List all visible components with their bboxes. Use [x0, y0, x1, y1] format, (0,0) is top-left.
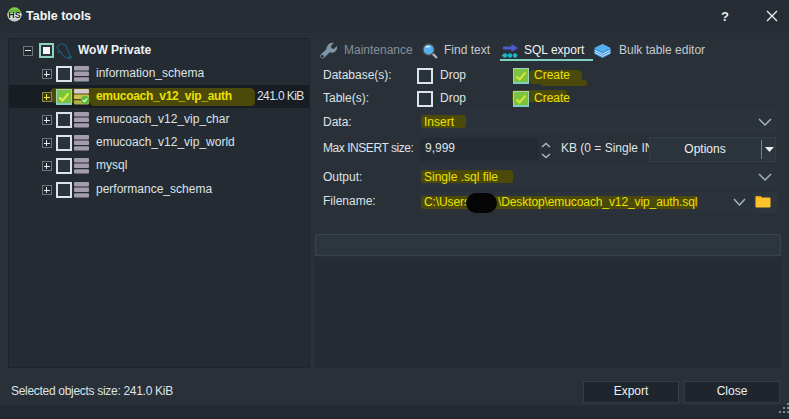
svg-text:HS: HS: [8, 10, 20, 20]
